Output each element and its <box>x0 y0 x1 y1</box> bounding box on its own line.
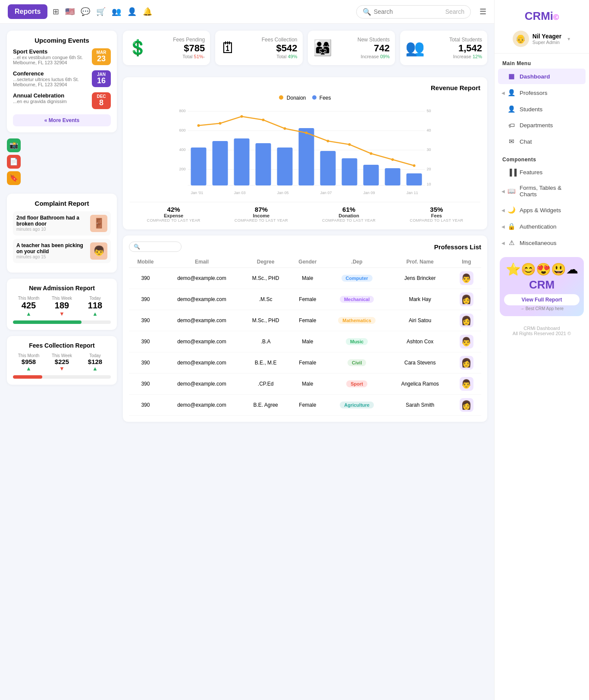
sidebar-user: 👴 Nil Yeager Super Admin ▼ <box>495 27 589 53</box>
students-icon: 👤 <box>508 105 515 113</box>
main-menu-label: Main Menu <box>495 53 589 68</box>
complaint-report-card: Complaint Report 2nd floor Bathroom had … <box>7 194 117 273</box>
svg-point-35 <box>413 164 416 167</box>
dashboard-label: Dashboard <box>520 73 550 80</box>
stat-total-students: 👥 Total Students 1,542 Increase 12% <box>400 31 487 65</box>
event-date-badge: MAR 23 <box>92 48 111 65</box>
sidebar-item-authentication[interactable]: ◀ 🔒 Authentication <box>498 219 586 234</box>
cell-email: demo@example.com <box>162 289 241 310</box>
fees-month-val: $958 <box>13 358 44 365</box>
expense-pct: 42% <box>147 206 201 213</box>
cell-mobile: 390 <box>129 289 162 310</box>
prof-avatar: 👨 <box>460 335 473 348</box>
sidebar-item-features[interactable]: ▐▐ Features <box>498 165 586 180</box>
svg-text:40: 40 <box>427 128 431 132</box>
fees-pending-icon: 💲 <box>128 39 147 57</box>
col-degree: Degree <box>241 256 290 268</box>
cell-img: 👨 <box>452 331 481 352</box>
event-info: Annual Celebration ...en eu gravida dign… <box>13 92 88 104</box>
svg-point-32 <box>348 143 351 146</box>
table-row: 390 demo@example.com .CP.Ed Male Sport A… <box>129 374 481 395</box>
menu-icon[interactable]: ☰ <box>479 7 486 16</box>
new-students-val: 742 <box>337 43 390 54</box>
chat-icon[interactable]: 💬 <box>81 7 90 16</box>
fees-today: Today $128 ▲ <box>79 353 111 372</box>
event-desc: ...el ex vestibulum congue 6th St. Melbo… <box>13 55 88 65</box>
complaint-item: A teacher has been picking on your child… <box>13 239 111 263</box>
user-dropdown-icon[interactable]: ▼ <box>567 37 571 41</box>
dept-badge: Agriculture <box>340 402 374 408</box>
cell-mobile: 390 <box>129 310 162 331</box>
cell-degree: .B.A <box>241 331 290 352</box>
cart-icon[interactable]: 🛒 <box>96 7 106 16</box>
grid-icon[interactable]: ⊞ <box>53 7 59 16</box>
sidebar-item-students[interactable]: 👤 Students <box>498 101 586 117</box>
flag-icon[interactable]: 🇺🇸 <box>65 7 75 16</box>
sidebar-item-dashboard[interactable]: ▦ Dashboard <box>498 69 586 84</box>
cell-dept: Sport <box>326 374 388 395</box>
top-stats-row: 💲 Fees Pending $785 Total 51%- 🗓 Fees Co… <box>123 31 487 65</box>
apps-label: Apps & Widgets <box>520 207 561 213</box>
professors-card: 🔍 Professors List Mobile Email Degree <box>123 235 487 422</box>
fees-collection-val: $542 <box>240 43 297 54</box>
bell-icon[interactable]: 🔔 <box>143 7 152 16</box>
cell-gender: Female <box>290 395 326 416</box>
search-input[interactable] <box>374 8 443 15</box>
fees-label: Fees <box>410 213 463 218</box>
quick-icon-2[interactable]: 📄 <box>7 155 21 169</box>
cell-img: 👩 <box>452 395 481 416</box>
user-group-icon[interactable]: 👥 <box>112 7 121 16</box>
sidebar-item-forms[interactable]: ◀ 📖 Forms, Tables & Charts <box>498 181 586 201</box>
chart-stat-donation: 61% Donation Compared to last year <box>322 206 376 223</box>
svg-rect-21 <box>342 158 357 185</box>
cell-email: demo@example.com <box>162 374 241 395</box>
more-events-button[interactable]: « More Events <box>13 114 111 126</box>
cell-gender: Male <box>290 331 326 352</box>
user-info: Nil Yeager Super Admin <box>533 33 561 45</box>
prof-avatar: 👨 <box>460 377 473 391</box>
sidebar-item-apps[interactable]: ◀ 🌙 Apps & Widgets <box>498 202 586 218</box>
fees-week-trend: ▼ <box>46 365 78 372</box>
view-full-report-button[interactable]: View Full Report <box>504 294 580 305</box>
admission-today: Today 118 ▲ <box>79 296 111 317</box>
event-item: Annual Celebration ...en eu gravida dign… <box>13 92 111 109</box>
svg-point-31 <box>327 140 329 142</box>
sidebar-item-miscellaneous[interactable]: ◀ ⚠ Miscellaneous <box>498 235 586 251</box>
sidebar-item-professors[interactable]: ◀ 👤 Professors <box>498 85 586 100</box>
fees-month-trend: ▲ <box>13 365 44 372</box>
auth-arrow: ◀ <box>501 224 505 229</box>
svg-point-34 <box>392 158 394 161</box>
search-label: Search <box>445 8 464 15</box>
quick-icon-3[interactable]: 🔖 <box>7 171 21 185</box>
logo-button[interactable]: Reports <box>8 4 47 19</box>
dept-badge: Computer <box>341 275 373 282</box>
admission-this-week: This Week 189 ▼ <box>46 296 78 317</box>
professors-search-bar: 🔍 <box>129 242 182 252</box>
admission-today-val: 118 <box>79 301 111 311</box>
svg-text:20: 20 <box>427 167 431 171</box>
dept-badge: Sport <box>346 380 367 387</box>
total-students-val: 1,542 <box>429 43 482 54</box>
table-row: 390 demo@example.com .M.Sc Female Mechan… <box>129 289 481 310</box>
fees-collection-report-card: Fees Collection Report This Month $958 ▲… <box>7 336 117 385</box>
new-students-sub: Increase 09% <box>337 54 390 59</box>
svg-text:Jan '01: Jan '01 <box>191 191 204 195</box>
cell-dept: Music <box>326 331 388 352</box>
professors-search-input[interactable] <box>142 244 177 250</box>
cell-gender: Male <box>290 268 326 289</box>
cell-degree: .CP.Ed <box>241 374 290 395</box>
expense-sub: Compared to last year <box>147 218 201 223</box>
sidebar-item-chat[interactable]: ✉ Chat <box>498 134 586 149</box>
quick-icon-1[interactable]: 📸 <box>7 138 21 152</box>
departments-label: Departments <box>520 122 553 129</box>
total-students-title: Total Students <box>429 37 482 43</box>
event-item: Conference ...sectetur ultrices luctus 6… <box>13 70 111 87</box>
cell-prof-name: Ashton Cox <box>388 331 452 352</box>
svg-text:10: 10 <box>427 182 431 186</box>
apps-icon: 🌙 <box>508 206 515 214</box>
sidebar-item-departments[interactable]: 🏷 Departments <box>498 118 586 133</box>
complaint-item: 2nd floor Bathroom had a broken door min… <box>13 211 111 235</box>
dashboard-icon: ▦ <box>508 72 515 80</box>
users-icon[interactable]: 👤 <box>127 7 137 16</box>
cell-gender: Female <box>290 352 326 374</box>
